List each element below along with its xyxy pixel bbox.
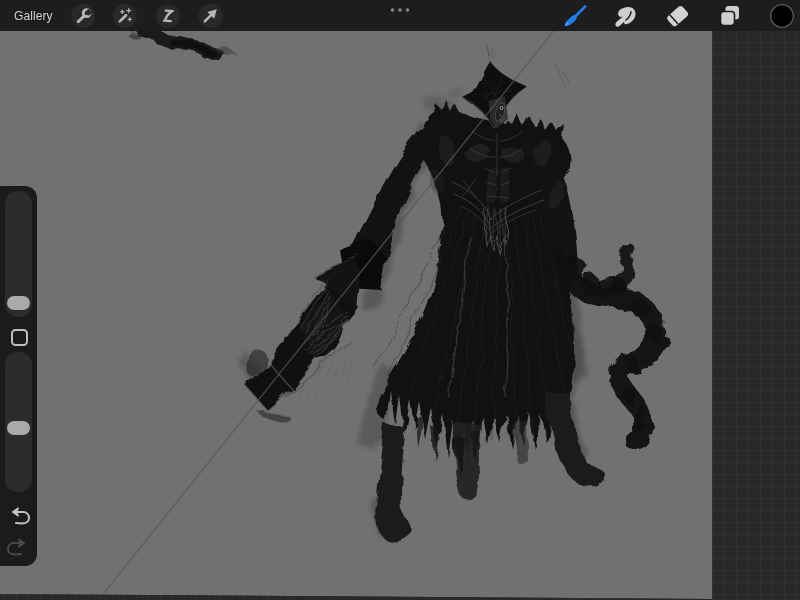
svg-text:Gallery: Gallery (14, 9, 53, 23)
